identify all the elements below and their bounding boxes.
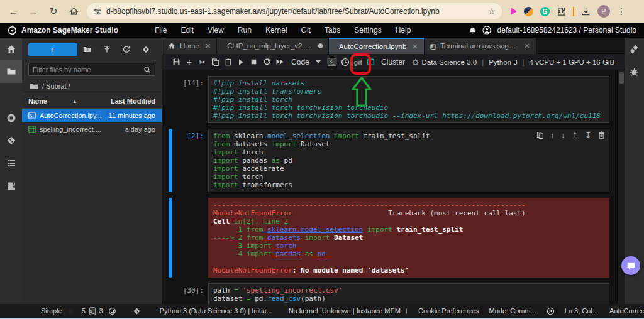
menu-tabs[interactable]: Tabs: [325, 26, 340, 35]
extension-pink-icon[interactable]: [511, 8, 517, 15]
instance-type-label[interactable]: 4 vCPU + 1 GPU + 16 GiB: [530, 58, 615, 66]
tab-close-icon[interactable]: ✕: [524, 42, 530, 50]
browser-menu-icon[interactable]: ⋮: [617, 6, 626, 16]
upload-icon[interactable]: [97, 45, 116, 54]
file-browser-icon[interactable]: [0, 60, 22, 83]
address-bar[interactable]: d-b8opfihsvbi7.studio.us-east-1.sagemake…: [87, 3, 502, 19]
filter-files-input[interactable]: [28, 63, 155, 76]
new-folder-icon[interactable]: +: [77, 45, 97, 54]
tab-clip_no_mlp_layer_v2.ipynb[interactable]: CLIP_no_mlp_layer_v2.ipynb: [217, 38, 329, 54]
add-cell-icon[interactable]: +: [183, 54, 196, 70]
tab-autocorrection.ipynb[interactable]: AutoCorrection.ipynb✕: [329, 38, 425, 54]
running-sessions-icon[interactable]: [0, 107, 22, 129]
notification-bell-icon[interactable]: [469, 26, 477, 35]
git-icon[interactable]: [0, 129, 22, 152]
code-line: [213, 258, 604, 266]
bug-icon[interactable]: [409, 54, 422, 70]
extensions-puzzle-icon[interactable]: [557, 7, 566, 16]
git-toolbar-label[interactable]: git: [352, 58, 365, 66]
error-box[interactable]: ----------------------------------------…: [208, 198, 609, 278]
cell-editor[interactable]: path = 'spelling_incorrect.csv'dataset =…: [208, 283, 609, 304]
paste-icon[interactable]: [221, 54, 235, 70]
checkout-icon[interactable]: [364, 54, 377, 70]
back-icon[interactable]: ←: [6, 4, 20, 18]
extension-manager-icon[interactable]: [0, 175, 22, 197]
profile-avatar[interactable]: P: [597, 5, 610, 18]
active-file-label[interactable]: AutoCorrection.ip...: [609, 307, 644, 315]
file-list-header[interactable]: Name▲ Last Modified: [22, 94, 162, 109]
download-icon[interactable]: [581, 7, 591, 16]
menu-run[interactable]: Run: [238, 26, 252, 35]
stop-icon[interactable]: [247, 54, 260, 70]
filter-input[interactable]: [33, 66, 143, 73]
menu-help[interactable]: Help: [396, 26, 411, 35]
save-icon[interactable]: [170, 54, 183, 70]
restart-run-all-icon[interactable]: [274, 54, 287, 70]
insert-cell-above-icon[interactable]: ↥: [572, 131, 578, 140]
file-row[interactable]: AutoCorrection.ipy...11 minutes ago: [22, 109, 162, 122]
move-cell-up-icon[interactable]: ↑: [550, 131, 554, 140]
kernel-count[interactable]: 3: [99, 307, 103, 315]
kernel-env-label[interactable]: Data Science 3.0: [422, 58, 477, 66]
command-mode-label[interactable]: Mode: Comm...: [489, 307, 536, 315]
menu-kernel[interactable]: Kernel: [265, 26, 287, 35]
duplicate-cell-icon[interactable]: [536, 131, 543, 140]
git-status-icon[interactable]: [133, 307, 141, 315]
open-image-terminal-icon[interactable]: $_: [326, 54, 339, 70]
tab-close-icon[interactable]: ✕: [412, 43, 418, 51]
tab-close-icon[interactable]: ✕: [205, 42, 211, 50]
history-clock-icon[interactable]: [338, 54, 352, 70]
tab-home[interactable]: Home✕: [162, 38, 217, 54]
git-clone-icon[interactable]: [136, 45, 155, 54]
line-col-indicator[interactable]: Ln 3, Col...: [565, 307, 598, 315]
cell-editor[interactable]: from sklearn.model_selection import trai…: [208, 129, 609, 192]
tab-terminal[interactable]: $_Terminal arn:aws:sagemaker:✕: [425, 38, 536, 54]
kernel-status-label[interactable]: Python 3 (Data Science 3.0) | Initia...: [160, 307, 272, 315]
restart-kernel-icon[interactable]: [260, 54, 274, 70]
move-cell-down-icon[interactable]: ↓: [561, 131, 565, 140]
home-icon[interactable]: [0, 38, 22, 60]
unsaved-dot-icon[interactable]: [318, 43, 323, 48]
user-icon[interactable]: [482, 26, 491, 35]
user-label[interactable]: default-1689582421623 / Personal Studio: [497, 26, 636, 35]
menu-view[interactable]: View: [208, 26, 224, 35]
property-inspector-icon[interactable]: [625, 38, 644, 60]
breadcrumb[interactable]: / Subrat /: [22, 80, 162, 94]
run-icon[interactable]: [235, 54, 248, 70]
copy-icon[interactable]: [209, 54, 222, 70]
kernel-name-label[interactable]: Python 3: [489, 58, 517, 66]
feedback-chat-button[interactable]: [621, 256, 640, 275]
menu-edit[interactable]: Edit: [180, 26, 194, 35]
extension-circle-icon[interactable]: [524, 7, 533, 16]
menu-git[interactable]: Git: [301, 26, 311, 35]
file-row[interactable]: spelling_incorrect....a day ago: [22, 122, 162, 136]
delete-cell-icon[interactable]: [598, 131, 605, 140]
terminal-count[interactable]: 5: [82, 307, 86, 315]
grammarly-icon[interactable]: G: [540, 7, 550, 16]
forward-icon[interactable]: →: [26, 4, 40, 18]
menu-items: FileEditViewRunKernelGitTabsSettingsHelp: [155, 26, 411, 35]
scrollbar-thumb[interactable]: [619, 72, 624, 84]
new-launcher-button[interactable]: +: [28, 43, 77, 56]
menu-file[interactable]: File: [155, 26, 167, 35]
refresh-icon[interactable]: [116, 45, 136, 54]
cookie-preferences-link[interactable]: Cookie Preferences: [418, 307, 479, 315]
reload-icon[interactable]: ↻: [47, 4, 60, 18]
cell-editor[interactable]: #!pip install datasets#!pip install tran…: [208, 76, 609, 123]
trust-indicator-icon[interactable]: [547, 307, 555, 315]
sagemaker-logo: [8, 26, 17, 35]
insert-cell-below-icon[interactable]: ↧: [585, 131, 591, 140]
cluster-button[interactable]: Cluster: [381, 58, 405, 67]
menu-settings[interactable]: Settings: [354, 26, 381, 35]
debugger-bug-icon[interactable]: [625, 60, 644, 83]
browser-home-icon[interactable]: [67, 4, 80, 18]
cut-icon[interactable]: ✂: [196, 54, 209, 70]
url-text[interactable]: d-b8opfihsvbi7.studio.us-east-1.sagemake…: [106, 7, 482, 16]
cell-type-dropdown[interactable]: Code: [291, 58, 321, 67]
site-settings-icon[interactable]: [93, 8, 101, 16]
table-of-contents-icon[interactable]: [0, 152, 22, 175]
code-line: path = 'spelling_incorrect.csv': [213, 286, 604, 295]
file-browser-panel: + + / Subrat / Name▲ Las: [22, 38, 162, 304]
file-modified: 11 minutes ago: [109, 112, 155, 119]
bookmark-star-icon[interactable]: ☆: [487, 6, 496, 16]
